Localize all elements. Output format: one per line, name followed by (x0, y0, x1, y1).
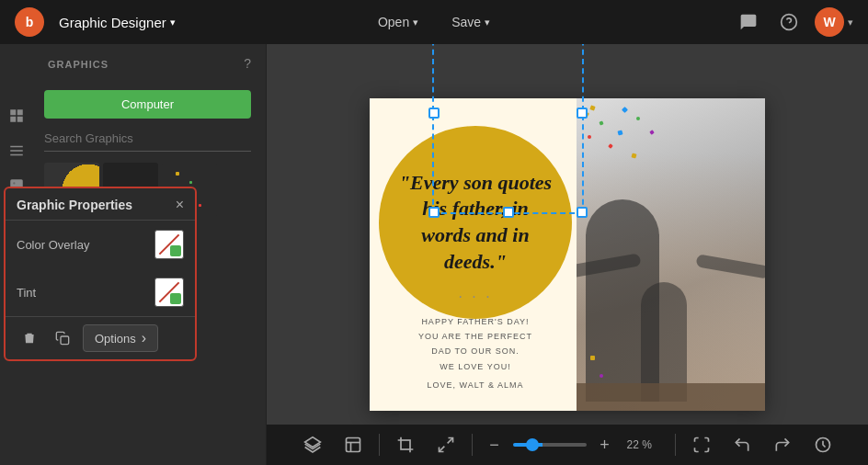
redo-icon[interactable] (768, 430, 797, 459)
color-overlay-row: Color Overlay (6, 221, 195, 268)
options-chevron: › (142, 330, 146, 346)
sidebar-section-title: GRAPHICS (48, 59, 108, 70)
expand-icon[interactable] (431, 430, 461, 459)
app-title[interactable]: Graphic Designer ▾ (59, 15, 176, 30)
panel-footer: Options › (6, 316, 195, 359)
avatar-dropdown-arrow: ▾ (848, 17, 853, 28)
sidebar-header: GRAPHICS ? (0, 44, 266, 83)
header: b Graphic Designer ▾ Open ▾ Save ▾ W (0, 0, 868, 44)
header-right: W ▾ (734, 7, 853, 37)
confetti (636, 117, 640, 120)
zoom-slider[interactable] (513, 443, 587, 447)
svg-rect-5 (17, 117, 23, 122)
design-card: "Every son quotes his father, in words a… (370, 98, 765, 411)
toolbar-separator-3 (675, 434, 676, 456)
svg-rect-4 (10, 117, 16, 122)
open-button[interactable]: Open ▾ (365, 9, 431, 35)
zoom-out-button[interactable]: − (484, 434, 506, 456)
confetti (590, 356, 595, 360)
color-overlay-label: Color Overlay (17, 238, 89, 252)
color-overlay-swatch[interactable] (154, 230, 184, 259)
chat-button[interactable] (734, 7, 763, 37)
toolbar-separator (379, 434, 380, 456)
logo[interactable]: b (15, 7, 44, 37)
panel-header: Graphic Properties × (6, 188, 195, 221)
sidebar: GRAPHICS ? Computer (0, 44, 267, 465)
help-icon (780, 13, 798, 31)
svg-point-10 (13, 182, 15, 184)
layout-icon[interactable] (338, 430, 368, 459)
options-button[interactable]: Options › (83, 324, 158, 352)
delete-icon[interactable] (17, 325, 42, 351)
svg-line-18 (439, 447, 444, 452)
canvas-area[interactable]: "Every son quotes his father, in words a… (267, 44, 868, 465)
sidebar-icon-lines[interactable] (0, 134, 33, 167)
chat-icon (739, 13, 758, 31)
layers-icon[interactable] (298, 430, 327, 459)
undo-icon[interactable] (727, 430, 757, 459)
sidebar-icon-shapes[interactable] (0, 99, 33, 132)
panel-close-button[interactable]: × (176, 198, 184, 212)
card-footer-text: · · · HAPPY FATHER'S DAY! YOU ARE THE PE… (379, 284, 572, 392)
confetti (600, 374, 603, 378)
bottom-toolbar: − + 22 % (267, 425, 868, 465)
svg-rect-2 (10, 109, 16, 115)
photo-area (577, 98, 765, 411)
panel-title: Graphic Properties (17, 198, 132, 212)
save-dropdown-arrow: ▾ (485, 17, 490, 28)
header-center: Open ▾ Save ▾ (365, 9, 503, 35)
tint-row: Tint (6, 268, 195, 316)
photo-placeholder (577, 98, 765, 411)
main-layout: GRAPHICS ? Computer (0, 44, 868, 465)
svg-line-17 (447, 438, 452, 444)
quote-text: "Every son quotes his father, in words a… (379, 152, 572, 293)
fit-page-icon[interactable] (687, 430, 716, 459)
svg-rect-13 (346, 438, 360, 452)
svg-rect-3 (17, 109, 23, 115)
svg-rect-11 (61, 336, 69, 345)
zoom-in-button[interactable]: + (594, 434, 616, 456)
user-avatar: W (815, 7, 844, 37)
graphic-properties-panel: Graphic Properties × Color Overlay Tint (4, 187, 197, 361)
tint-swatch[interactable] (154, 278, 184, 307)
save-button[interactable]: Save ▾ (439, 9, 503, 35)
sidebar-help-icon[interactable]: ? (244, 56, 251, 71)
help-button[interactable] (774, 7, 804, 37)
source-button[interactable]: Computer (44, 90, 251, 119)
duplicate-icon[interactable] (50, 325, 75, 351)
history-icon[interactable] (808, 430, 838, 459)
crop-icon[interactable] (391, 430, 420, 459)
open-dropdown-arrow: ▾ (413, 17, 418, 28)
svg-rect-16 (401, 440, 410, 449)
zoom-controls: − + (484, 434, 616, 456)
user-avatar-wrapper[interactable]: W ▾ (815, 7, 853, 37)
title-dropdown-arrow: ▾ (170, 17, 176, 28)
search-input[interactable] (44, 126, 251, 152)
zoom-label: 22 % (627, 438, 664, 451)
tint-label: Tint (17, 286, 36, 300)
toolbar-separator-2 (472, 434, 473, 456)
